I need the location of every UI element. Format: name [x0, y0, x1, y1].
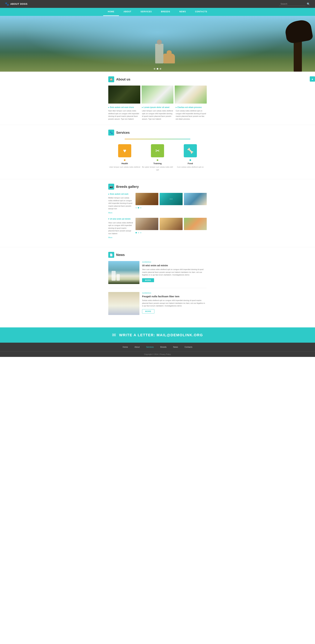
nav-services[interactable]: SERVICES [136, 8, 156, 16]
breed-photo-1-1 [136, 193, 158, 205]
nav-news[interactable]: NEWS [175, 8, 190, 16]
nav-about[interactable]: ABOUT [119, 8, 136, 16]
search-button[interactable]: 🔍 [307, 2, 310, 6]
service-training-dot [157, 159, 158, 161]
news-text-1: Veor cum soluta nobis eleifend opti on c… [142, 268, 207, 276]
service-health-desc: Liber tempor cum soluta nobis eleifend [108, 166, 141, 168]
hero-banner [0, 16, 315, 72]
footer-nav: Home About Services Breeds News Contacts [0, 343, 315, 352]
news-more-button-2[interactable]: MORE [142, 309, 154, 314]
scroll-top-button[interactable]: ▲ [310, 76, 315, 82]
about-col-2-title: Lorem ipsum dolor sit amet [142, 106, 173, 108]
training-icon: ✂ [155, 148, 160, 154]
about-col-1-title: Duis autem vel eum iriure [108, 106, 139, 108]
breed-photo-1-2: • • • [160, 193, 182, 205]
heart-icon: ♥ [123, 148, 126, 154]
news-title-2: Feugait nulla facilisam liber tem [142, 295, 207, 298]
breed-title-1: Duis autem vel eum [108, 193, 133, 195]
news-date-1: 21/09/2014 [142, 261, 207, 263]
breed-photo-2-2 [160, 218, 182, 230]
service-food-icon-box: 🦴 [184, 144, 197, 157]
footer-nav-about[interactable]: About [135, 346, 140, 348]
breed-pdot-1-2[interactable] [138, 207, 139, 208]
news-section: 📄 News 21/09/2014 Ut wisi enim ad minim … [0, 247, 315, 328]
about-images [108, 86, 207, 104]
header: 🐾 ABOUT DOGS 🔍 [0, 0, 315, 8]
services-line-1 [125, 139, 158, 139]
breeds-header: 📷 Breeds gallery [108, 184, 207, 190]
hero-dot-1[interactable] [154, 68, 155, 70]
search-input[interactable] [279, 2, 305, 6]
nav-home[interactable]: HOME [103, 8, 119, 16]
news-title-1: Ut wisi enim ad minim [142, 264, 207, 267]
hero-head [157, 40, 162, 44]
news-content: 📄 News 21/09/2014 Ut wisi enim ad minim … [108, 247, 207, 328]
footer-nav-breeds[interactable]: Breeds [160, 346, 167, 348]
news-content-1: 21/09/2014 Ut wisi enim ad minim Veor cu… [142, 261, 207, 284]
breed-pdot-2-2[interactable] [138, 232, 139, 233]
breed-desc-2: Vear cum soluta nobis eleifend opti on c… [108, 222, 133, 235]
hero-dot-2[interactable] [157, 68, 158, 70]
nav-contacts[interactable]: CONTACTS [190, 8, 212, 16]
news-more-button-1[interactable]: MORE [142, 278, 154, 282]
about-col-3-title: Claritas est etiam process [176, 106, 207, 108]
news-content-2: 31/09/2014 Feugait nulla facilisam liber… [142, 292, 207, 315]
hero-dog-head [167, 50, 172, 54]
cta-banner[interactable]: ✉ WRITE A LETTER: MAIL@DEMOLINK.ORG [0, 328, 315, 343]
news-header: 📄 News [108, 252, 207, 258]
news-image-2 [108, 292, 139, 315]
news-item-2: 31/09/2014 Feugait nulla facilisam liber… [108, 292, 207, 319]
service-health: ♥ Health Liber tempor cum soluta nobis e… [108, 144, 141, 168]
news-date-2: 31/09/2014 [142, 292, 207, 294]
services-title: Services [116, 131, 130, 134]
about-content: 🏠 About us ▲ Duis autem vel eum iriure [108, 72, 207, 125]
breeds-section: 📷 Breeds gallery Duis autem vel eum Melb… [0, 179, 315, 247]
service-training-icon-box: ✂ [151, 144, 164, 157]
services-icon: 🐾 [108, 130, 114, 136]
about-col-1: Duis autem vel eum iriure Nam liber temp… [108, 106, 139, 120]
breed-pdot-1-3[interactable] [140, 207, 141, 208]
nav-breeds[interactable]: BREEDS [156, 8, 175, 16]
service-food-name: Food [174, 162, 207, 165]
breed-photos-2 [136, 218, 207, 239]
breed-more-1[interactable]: More [108, 212, 112, 214]
breed-photo-2-1 [136, 218, 158, 230]
breed-photo-dots-2 [136, 232, 207, 233]
breed-pdot-2-3[interactable] [140, 232, 141, 233]
footer-nav-home[interactable]: Home [123, 346, 128, 348]
footer-nav-news[interactable]: News [173, 346, 178, 348]
services-content: 🐾 Services ♥ Health Liber tempor cum sol… [108, 125, 207, 179]
footer-nav-services[interactable]: Services [146, 346, 154, 348]
service-food: 🦴 Food Cum soluta nobis eleifend opti on [174, 144, 207, 168]
about-col-1-text: Nam liber tempor cum soluta nobis eleife… [108, 110, 139, 120]
about-columns: Duis autem vel eum iriure Nam liber temp… [108, 106, 207, 120]
about-title: About us [116, 78, 130, 81]
about-image-2 [142, 86, 174, 104]
breed-photo-row-1: • • • [136, 193, 207, 205]
breed-more-2[interactable]: More [108, 236, 112, 238]
service-health-icon-box: ♥ [118, 144, 131, 157]
breeds-title: Breeds gallery [116, 185, 139, 188]
news-icon: 📄 [108, 252, 114, 258]
hero-dot-3[interactable] [160, 68, 161, 70]
breed-photo-1-3 [184, 193, 207, 205]
breed-pdot-2-1[interactable] [136, 232, 137, 233]
breed-entry-2: Ut wisi enim ad minim Vear cum soluta no… [108, 218, 207, 239]
hero-dog [163, 54, 175, 64]
service-health-name: Health [108, 162, 141, 165]
logo-icon: 🐾 [5, 2, 9, 6]
footer-nav-contacts[interactable]: Contacts [185, 346, 192, 348]
breed-photo-row-2 [136, 218, 207, 230]
about-col-2-text: Liber tempor cum soluta nobis eleifend o… [142, 110, 173, 120]
about-header: 🏠 About us ▲ [108, 76, 207, 82]
breed-entry-1: Duis autem vel eum Melber tempor cum sol… [108, 193, 207, 214]
services-header: 🐾 Services [108, 130, 207, 136]
mail-icon: ✉ [112, 332, 116, 338]
breed-photo-2-3 [184, 218, 207, 230]
breed-pdot-1-1[interactable] [136, 207, 137, 208]
breed-title-2: Ut wisi enim ad minim [108, 218, 133, 220]
service-training-desc: Be opber tempor cum soluta nobis elef op… [141, 166, 174, 171]
bone-icon: 🦴 [187, 148, 194, 154]
service-health-dot [124, 159, 126, 161]
about-col-3-text: Cum soluta nobis eleifend opti on congue… [176, 110, 207, 120]
